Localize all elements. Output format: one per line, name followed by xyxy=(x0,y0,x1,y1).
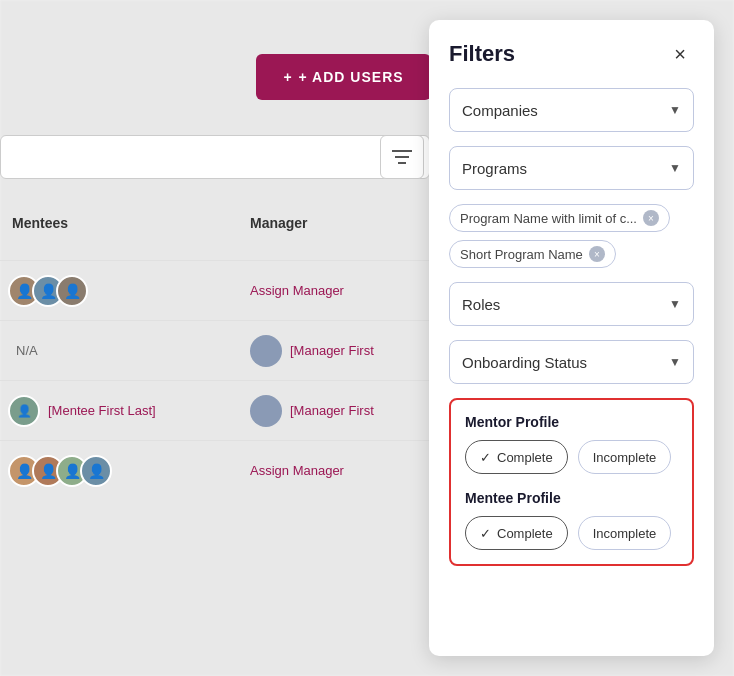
chevron-down-icon: ▼ xyxy=(669,355,681,369)
onboarding-label: Onboarding Status xyxy=(462,354,587,371)
close-filter-button[interactable]: × xyxy=(666,40,694,68)
selected-tags: Program Name with limit of c... × Short … xyxy=(449,204,694,268)
filter-icon-button[interactable] xyxy=(380,135,424,179)
manager-cell: [Manager First xyxy=(250,335,450,367)
mentor-profile-label: Mentor Profile xyxy=(465,414,678,430)
check-icon: ✓ xyxy=(480,450,491,465)
tag-label: Program Name with limit of c... xyxy=(460,211,637,226)
filter-title: Filters xyxy=(449,41,515,67)
companies-dropdown[interactable]: Companies ▼ xyxy=(449,88,694,132)
filter-header: Filters × xyxy=(449,40,694,68)
table-row: 👤 [Mentee First Last] [Manager First xyxy=(0,380,450,440)
mentees-cell: 👤 👤 👤 👤 xyxy=(0,455,250,487)
avatar: 👤 xyxy=(80,455,112,487)
mentee-name[interactable]: [Mentee First Last] xyxy=(40,403,156,418)
avatar-group: 👤 👤 👤 👤 xyxy=(8,455,112,487)
tag-label: Short Program Name xyxy=(460,247,583,262)
incomplete-label-2: Incomplete xyxy=(593,526,657,541)
incomplete-label: Incomplete xyxy=(593,450,657,465)
program-tag-1: Program Name with limit of c... × xyxy=(449,204,670,232)
onboarding-dropdown[interactable]: Onboarding Status ▼ xyxy=(449,340,694,384)
assign-manager-link[interactable]: Assign Manager xyxy=(250,463,344,478)
manager-avatar xyxy=(250,395,282,427)
table-row: 👤 👤 👤 Assign Manager xyxy=(0,260,450,320)
mentees-cell: 👤 👤 👤 xyxy=(0,275,250,307)
table-row: 👤 👤 👤 👤 Assign Manager xyxy=(0,440,450,500)
mentee-avatar: 👤 xyxy=(8,395,40,427)
chevron-down-icon: ▼ xyxy=(669,297,681,311)
avatar-group: 👤 👤 👤 xyxy=(8,275,88,307)
filter-icon xyxy=(392,149,412,165)
search-bar xyxy=(0,135,430,179)
assign-manager-link[interactable]: Assign Manager xyxy=(250,283,344,298)
mentee-profile-label: Mentee Profile xyxy=(465,490,678,506)
companies-label: Companies xyxy=(462,102,538,119)
manager-name: [Manager First xyxy=(290,403,374,418)
manager-cell[interactable]: Assign Manager xyxy=(250,283,450,298)
profile-sections: Mentor Profile ✓ Complete Incomplete Men… xyxy=(449,398,694,566)
check-icon: ✓ xyxy=(480,526,491,541)
mentees-cell: 👤 [Mentee First Last] xyxy=(0,395,250,427)
mentees-cell: N/A xyxy=(0,343,250,358)
col-manager-header: Manager xyxy=(250,215,308,231)
mentee-profile-section: Mentee Profile ✓ Complete Incomplete xyxy=(465,490,678,550)
chevron-down-icon: ▼ xyxy=(669,161,681,175)
na-text: N/A xyxy=(8,343,38,358)
chevron-down-icon: ▼ xyxy=(669,103,681,117)
manager-cell: [Manager First xyxy=(250,395,450,427)
table-row: N/A [Manager First xyxy=(0,320,450,380)
mentor-complete-button[interactable]: ✓ Complete xyxy=(465,440,568,474)
avatar: 👤 xyxy=(56,275,88,307)
add-users-button[interactable]: + + ADD USERS xyxy=(256,54,431,100)
manager-name: [Manager First xyxy=(290,343,374,358)
manager-avatar xyxy=(250,335,282,367)
add-users-label: + ADD USERS xyxy=(299,69,404,85)
table-header: Mentees Manager xyxy=(0,215,450,231)
roles-label: Roles xyxy=(462,296,500,313)
remove-tag-button[interactable]: × xyxy=(589,246,605,262)
col-mentees-header: Mentees xyxy=(0,215,250,231)
roles-dropdown[interactable]: Roles ▼ xyxy=(449,282,694,326)
remove-tag-button[interactable]: × xyxy=(643,210,659,226)
programs-dropdown[interactable]: Programs ▼ xyxy=(449,146,694,190)
manager-cell[interactable]: Assign Manager xyxy=(250,463,450,478)
filter-panel: Filters × Companies ▼ Programs ▼ Program… xyxy=(429,20,714,656)
complete-label: Complete xyxy=(497,450,553,465)
mentee-complete-button[interactable]: ✓ Complete xyxy=(465,516,568,550)
mentor-profile-section: Mentor Profile ✓ Complete Incomplete xyxy=(465,414,678,474)
mentee-profile-buttons: ✓ Complete Incomplete xyxy=(465,516,678,550)
program-tag-2: Short Program Name × xyxy=(449,240,616,268)
complete-label-2: Complete xyxy=(497,526,553,541)
programs-label: Programs xyxy=(462,160,527,177)
mentor-profile-buttons: ✓ Complete Incomplete xyxy=(465,440,678,474)
plus-icon: + xyxy=(283,69,292,85)
mentee-incomplete-button[interactable]: Incomplete xyxy=(578,516,672,550)
mentor-incomplete-button[interactable]: Incomplete xyxy=(578,440,672,474)
